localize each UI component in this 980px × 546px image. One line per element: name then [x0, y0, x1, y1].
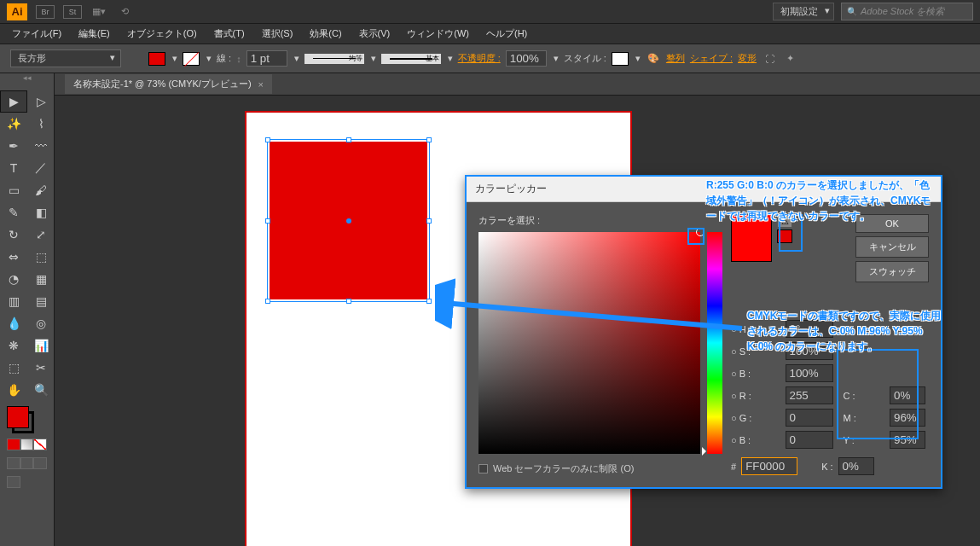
align-link[interactable]: 整列 — [666, 52, 685, 65]
selected-shape[interactable] — [270, 142, 427, 299]
style-dd[interactable] — [634, 53, 641, 64]
handle-mr[interactable] — [426, 218, 432, 224]
menu-select[interactable]: 選択(S) — [253, 24, 302, 44]
stock-icon[interactable]: St — [63, 5, 82, 19]
m-input[interactable] — [890, 409, 925, 427]
magic-wand-tool[interactable]: ✨ — [0, 113, 27, 135]
shape-link[interactable]: シェイプ : — [690, 52, 733, 65]
free-transform-tool[interactable]: ⬚ — [27, 246, 55, 268]
fill-swatch[interactable] — [148, 52, 165, 66]
menu-object[interactable]: オブジェクト(O) — [119, 24, 206, 44]
s-input[interactable] — [786, 342, 833, 360]
hex-input[interactable] — [741, 457, 797, 475]
hand-tool[interactable]: ✋ — [0, 379, 27, 401]
type-tool[interactable]: T — [0, 157, 27, 179]
screen-mode-icon[interactable] — [7, 476, 20, 488]
ok-button[interactable]: OK — [855, 214, 929, 233]
handle-tr[interactable] — [426, 137, 432, 142]
opacity-input[interactable] — [506, 50, 547, 67]
direct-selection-tool[interactable]: ▷ — [27, 90, 55, 113]
b-input[interactable] — [786, 431, 833, 449]
blend-tool[interactable]: ◎ — [27, 312, 55, 334]
s-label[interactable]: S : — [731, 346, 779, 357]
shape-builder-tool[interactable]: ◔ — [0, 268, 27, 290]
old-color-swatch[interactable] — [732, 238, 771, 261]
menu-type[interactable]: 書式(T) — [206, 24, 253, 44]
y-input[interactable] — [890, 431, 925, 449]
menu-file[interactable]: ファイル(F) — [3, 24, 70, 44]
brush-def-dd[interactable]: 基本 — [381, 54, 441, 64]
line-tool[interactable]: ／ — [27, 157, 55, 179]
bridge-icon[interactable]: Br — [36, 5, 55, 19]
bv-input[interactable] — [786, 364, 833, 382]
color-field[interactable] — [478, 232, 700, 454]
opacity-label[interactable]: 不透明度 : — [458, 52, 501, 65]
cancel-button[interactable]: キャンセル — [855, 236, 929, 258]
stroke-swatch[interactable] — [183, 52, 200, 66]
eyedropper-tool[interactable]: 💧 — [0, 312, 27, 334]
eraser-tool[interactable]: ◧ — [27, 201, 55, 224]
shaper-tool[interactable]: ✎ — [0, 201, 27, 224]
opacity-dd[interactable] — [552, 53, 559, 64]
brush-def-dd2[interactable] — [446, 53, 453, 64]
isolate-icon[interactable]: ⛶ — [762, 51, 777, 67]
arrange-docs-icon[interactable]: ▦▾ — [90, 5, 107, 19]
stroke-weight-dd[interactable] — [293, 53, 299, 64]
selection-tool[interactable]: ▶ — [0, 90, 27, 113]
tab-close-icon[interactable]: × — [258, 79, 264, 90]
curvature-tool[interactable]: 〰 — [27, 135, 55, 157]
g-label[interactable]: G : — [731, 413, 779, 423]
handle-tl[interactable] — [265, 137, 270, 142]
scale-tool[interactable]: ⤢ — [27, 224, 55, 246]
rectangle-tool[interactable]: ▭ — [0, 179, 27, 201]
slice-tool[interactable]: ✂ — [27, 357, 55, 379]
color-mode-icon[interactable] — [7, 439, 20, 450]
draw-normal-icon[interactable] — [7, 457, 20, 469]
c-input[interactable] — [890, 386, 925, 404]
workspace-dropdown[interactable]: 初期設定 — [773, 3, 834, 20]
handle-br[interactable] — [426, 299, 432, 304]
mesh-tool[interactable]: ▥ — [0, 290, 27, 312]
g-input[interactable] — [786, 409, 833, 427]
handle-tm[interactable] — [346, 137, 351, 142]
h-input[interactable] — [786, 320, 833, 338]
style-swatch[interactable] — [612, 52, 629, 66]
checkbox-icon[interactable] — [478, 464, 488, 473]
bv-label[interactable]: B : — [731, 369, 779, 379]
tool-name-dropdown[interactable]: 長方形 — [10, 49, 121, 67]
recolor-icon[interactable]: 🎨 — [646, 51, 661, 67]
gpu-icon[interactable]: ⟲ — [116, 5, 133, 19]
gradient-mode-icon[interactable] — [20, 439, 34, 450]
zoom-tool[interactable]: 🔍 — [27, 379, 55, 401]
pen-tool[interactable]: ✒ — [0, 135, 27, 157]
stock-search-input[interactable]: Adobe Stock を検索 — [841, 3, 973, 20]
k-input[interactable] — [838, 457, 874, 475]
none-mode-icon[interactable] — [33, 439, 47, 450]
stroke-weight-input[interactable] — [246, 50, 287, 67]
r-input[interactable] — [786, 386, 833, 404]
menu-window[interactable]: ウィンドウ(W) — [398, 24, 478, 44]
width-profile-dd[interactable]: 均等 — [304, 54, 364, 64]
hue-slider[interactable] — [707, 232, 722, 454]
width-tool[interactable]: ⇔ — [0, 246, 27, 268]
gradient-tool[interactable]: ▤ — [27, 290, 55, 312]
stroke-swatch-dd[interactable] — [205, 53, 212, 64]
edit-icon[interactable]: ✦ — [782, 51, 797, 67]
width-profile-dd2[interactable] — [369, 53, 376, 64]
draw-behind-icon[interactable] — [20, 457, 34, 469]
tools-handle[interactable]: ◂◂ — [0, 72, 54, 84]
fill-stroke-swatches[interactable] — [0, 401, 54, 493]
gamut-warning-icon[interactable]: ⚠ — [777, 214, 792, 228]
hue-slider-thumb[interactable] — [702, 447, 710, 456]
draw-inside-icon[interactable] — [33, 457, 47, 469]
paintbrush-tool[interactable]: 🖌 — [27, 179, 55, 201]
transform-link[interactable]: 変形 — [738, 52, 757, 65]
symbol-sprayer-tool[interactable]: ❋ — [0, 334, 27, 357]
lasso-tool[interactable]: ⌇ — [27, 113, 55, 135]
graph-tool[interactable]: 📊 — [27, 334, 55, 357]
web-safe-checkbox[interactable]: Web セーフカラーのみに制限 (O) — [478, 462, 722, 475]
swatch-button[interactable]: スウォッチ — [855, 261, 929, 282]
fill-color-swatch[interactable] — [7, 406, 29, 428]
artboard-tool[interactable]: ⬚ — [0, 357, 27, 379]
menu-effect[interactable]: 効果(C) — [301, 24, 350, 44]
